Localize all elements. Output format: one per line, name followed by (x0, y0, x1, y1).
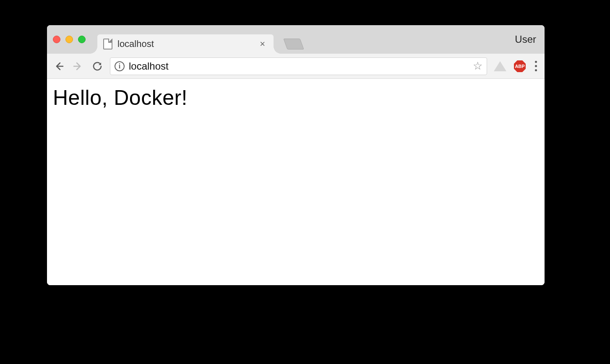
browser-window: localhost × User i ☆ ABP (47, 25, 545, 285)
svg-text:ABP: ABP (515, 64, 524, 69)
back-button[interactable] (52, 60, 65, 73)
adblock-plus-extension-icon[interactable]: ABP (513, 60, 527, 73)
window-controls (53, 36, 86, 43)
address-bar[interactable]: i ☆ (110, 57, 487, 75)
site-info-icon[interactable]: i (115, 61, 125, 71)
page-content: Hello, Docker! (47, 79, 545, 285)
google-drive-extension-icon[interactable] (494, 61, 506, 71)
page-heading: Hello, Docker! (53, 86, 539, 110)
menu-button[interactable] (532, 61, 540, 71)
profile-label[interactable]: User (515, 34, 536, 45)
file-icon (103, 39, 112, 49)
tab-strip: localhost × User (47, 25, 545, 54)
bookmark-star-icon[interactable]: ☆ (473, 60, 482, 73)
new-tab-button[interactable] (283, 39, 304, 49)
url-input[interactable] (129, 60, 469, 72)
reload-button[interactable] (91, 60, 104, 73)
toolbar: i ☆ ABP (47, 54, 545, 79)
close-tab-button[interactable]: × (258, 39, 267, 49)
forward-button[interactable] (71, 60, 85, 73)
close-window-button[interactable] (53, 36, 60, 43)
tab-title: localhost (117, 39, 258, 49)
browser-tab[interactable]: localhost × (97, 34, 274, 54)
maximize-window-button[interactable] (78, 36, 86, 43)
minimize-window-button[interactable] (65, 36, 73, 43)
